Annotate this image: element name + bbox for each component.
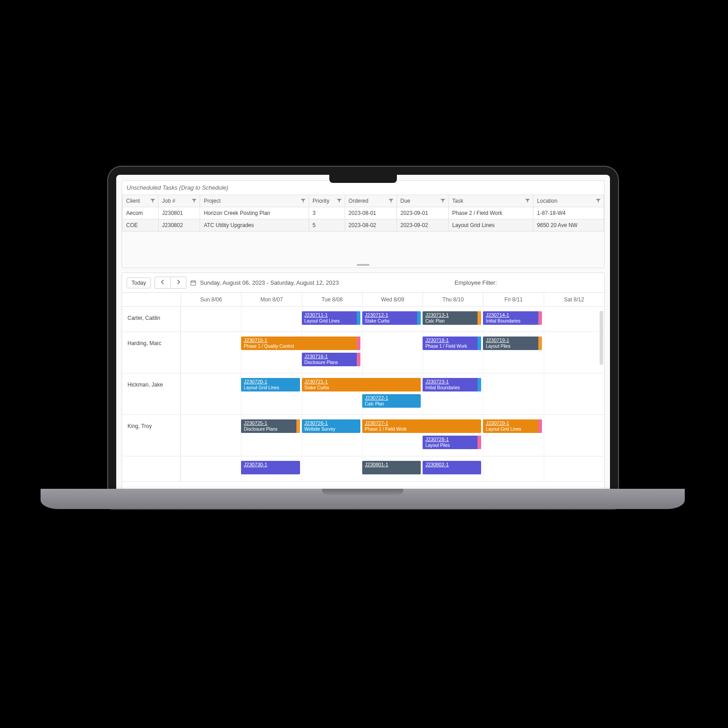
scheduler-body[interactable]: Carter, CaitlinJ230711-1Layout Grid Line… [122, 307, 604, 491]
toolbar: Today Sunday, August 06, 2023 - Saturday… [122, 273, 604, 293]
filter-icon[interactable] [150, 198, 155, 204]
filter-icon[interactable] [525, 198, 530, 204]
task-job-link[interactable]: J230713-1 [425, 312, 478, 318]
cell-ordered: 2023-08-01 [345, 207, 396, 219]
resize-handle[interactable] [357, 264, 369, 266]
status-stripe [478, 378, 481, 391]
task-desc: Phase 1 / Field Work [425, 344, 467, 349]
employee-name: Carter, Caitlin [122, 307, 181, 332]
col-priority[interactable]: Priority [309, 195, 345, 207]
task-block[interactable]: J230721-1Stake Curbs [302, 378, 421, 391]
filter-icon[interactable] [440, 198, 446, 204]
task-job-link[interactable]: J230723-1 [425, 379, 478, 385]
task-block[interactable]: J230723-1Initial Boundaries [423, 378, 481, 391]
status-stripe [538, 311, 542, 325]
task-job-link[interactable]: J230720-1 [244, 379, 297, 385]
task-job-link[interactable]: J230722-1 [365, 395, 418, 401]
table-footer [122, 232, 604, 268]
employee-name: Hickman, Jake [122, 373, 181, 414]
task-job-link[interactable]: J230801-1 [365, 462, 418, 468]
task-job-link[interactable]: J230730-1 [244, 462, 297, 468]
filter-icon[interactable] [388, 198, 394, 204]
task-block[interactable]: J230715-1Phase 1 / Quality Control [241, 337, 360, 350]
nav-buttons [155, 277, 187, 289]
svg-rect-0 [191, 281, 196, 285]
scrollbar[interactable] [600, 311, 603, 365]
task-block[interactable]: J230716-1Disclosure Plans [302, 353, 360, 366]
task-block[interactable]: J230711-1Layout Grid Lines [302, 311, 360, 325]
day-header: Thu 8/10 [423, 293, 483, 307]
unscheduled-table: ClientJob #ProjectPriorityOrderedDueTask… [122, 195, 604, 232]
calendar-icon[interactable] [190, 280, 196, 286]
today-button[interactable]: Today [127, 278, 151, 288]
filter-icon[interactable] [337, 198, 342, 204]
filter-icon[interactable] [191, 198, 197, 204]
task-block[interactable]: J230718-1Phase 1 / Field Work [423, 337, 481, 350]
task-desc: Disclosure Plans [305, 360, 338, 365]
cell-due: 2023-09-02 [396, 219, 448, 232]
task-block[interactable]: J230730-1 [241, 461, 300, 474]
task-block[interactable]: J230722-1Calc Plan [362, 394, 421, 408]
task-job-link[interactable]: J230726-1 [305, 420, 358, 426]
scheduler-row: J230730-1J230801-1J230802-1 [122, 456, 604, 482]
task-block[interactable]: J230720-1Layout Grid Lines [241, 378, 300, 391]
task-block[interactable]: J230714-1Initial Boundaries [483, 311, 541, 325]
task-block[interactable]: J230719-1Layout Piles [483, 337, 541, 350]
task-job-link[interactable]: J230727-1 [365, 420, 479, 426]
col-project[interactable]: Project [200, 195, 309, 207]
col-client[interactable]: Client [123, 195, 159, 207]
date-range-label: Sunday, August 06, 2023 - Saturday, Augu… [200, 279, 339, 286]
table-row[interactable]: COEJ230802ATC Utility Upgrades52023-08-0… [123, 219, 604, 232]
task-job-link[interactable]: J230716-1 [305, 354, 358, 359]
task-job-link[interactable]: J230802-1 [425, 462, 478, 468]
col-ordered[interactable]: Ordered [345, 195, 396, 207]
col-task[interactable]: Task [448, 195, 533, 207]
status-stripe [417, 311, 421, 325]
task-desc: Disclosure Plans [244, 427, 277, 432]
chevron-right-icon [175, 279, 182, 285]
task-job-link[interactable]: J230712-1 [365, 312, 418, 318]
status-stripe [478, 337, 481, 350]
status-stripe [478, 311, 481, 325]
table-row[interactable]: AecomJ230801Horizon Creek Posting Plan32… [123, 207, 604, 219]
task-job-link[interactable]: J230714-1 [486, 312, 539, 318]
task-block[interactable]: J230802-1 [423, 461, 481, 474]
task-block[interactable]: J230712-1Stake Curbs [362, 311, 421, 325]
next-button[interactable] [170, 277, 187, 289]
task-job-link[interactable]: J230718-1 [425, 337, 478, 343]
chevron-left-icon [159, 279, 166, 285]
task-job-link[interactable]: J230728-1 [425, 437, 478, 442]
task-block[interactable]: J230728-1Layout Piles [423, 436, 481, 449]
filter-icon[interactable] [596, 198, 601, 204]
task-block[interactable]: J230713-1Calc Plan [423, 311, 481, 325]
col-job-[interactable]: Job # [158, 195, 200, 207]
status-stripe [538, 337, 542, 350]
status-stripe [538, 419, 542, 433]
cell-client: COE [123, 219, 159, 232]
filter-icon[interactable] [300, 198, 306, 204]
task-block[interactable]: J230729-1Layout Grid Lines [483, 419, 541, 433]
task-job-link[interactable]: J230729-1 [486, 420, 539, 426]
task-job-link[interactable]: J230725-1 [244, 420, 297, 426]
task-layer: J230720-1Layout Grid LinesJ230721-1Stake… [181, 375, 604, 413]
task-block[interactable]: J230801-1 [362, 461, 421, 474]
task-block[interactable]: J230726-1Wellsite Survey [302, 419, 360, 433]
status-stripe [478, 436, 481, 449]
col-location[interactable]: Location [533, 195, 604, 207]
cell-project: ATC Utility Upgrades [200, 219, 309, 232]
task-job-link[interactable]: J230715-1 [244, 337, 358, 343]
task-block[interactable]: J230725-1Disclosure Plans [241, 419, 300, 433]
col-due[interactable]: Due [396, 195, 448, 207]
task-job-link[interactable]: J230711-1 [305, 312, 358, 318]
prev-button[interactable] [155, 277, 170, 289]
cell-due: 2023-09-01 [396, 207, 448, 219]
day-header: Sun 8/06 [181, 293, 241, 307]
employee-name: King, Troy [122, 415, 181, 456]
scheduler-row: Hickman, JakeJ230720-1Layout Grid LinesJ… [122, 373, 604, 415]
cell-priority: 5 [309, 219, 345, 232]
scheduler-header: Sun 8/06Mon 8/07Tue 8/08Wed 8/09Thu 8/10… [122, 293, 604, 307]
task-job-link[interactable]: J230719-1 [486, 337, 539, 343]
task-job-link[interactable]: J230721-1 [305, 379, 419, 385]
task-block[interactable]: J230727-1Phase 1 / Field Work [362, 419, 482, 433]
cell-task: Layout Grid Lines [448, 219, 533, 232]
